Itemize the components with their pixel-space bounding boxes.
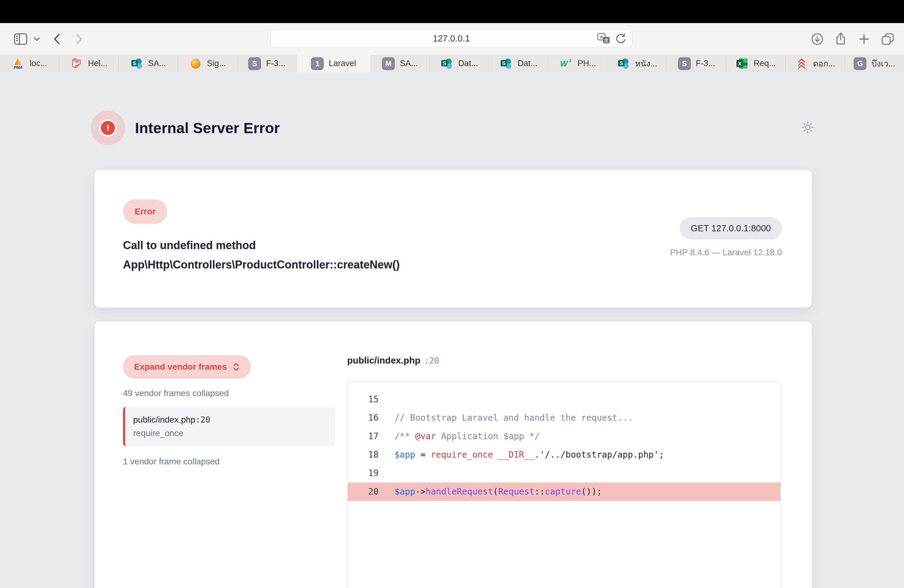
phpmyadmin-icon: PMA	[12, 57, 25, 70]
line-number: 18	[348, 446, 379, 464]
browser-tab[interactable]: W3PH...	[548, 55, 608, 72]
svg-text:S: S	[443, 60, 446, 66]
tab-label: ดอก...	[813, 57, 835, 70]
reload-icon[interactable]	[615, 33, 627, 44]
svg-text:S: S	[133, 60, 136, 66]
frame-file: public/index.php:20	[133, 415, 329, 425]
sharepoint-icon: S	[130, 57, 143, 70]
page-title: Internal Server Error	[135, 120, 280, 136]
code-line: 15	[348, 390, 781, 409]
tab-label: SA...	[148, 59, 166, 68]
request-info: GET 127.0.0.1:8000 PHP 8.4.6 — Laravel 1…	[670, 199, 782, 308]
code-file-name: public/index.php	[347, 355, 420, 366]
toolbar-divider	[30, 33, 30, 45]
downloads-icon[interactable]	[811, 32, 824, 46]
browser-tab[interactable]: SSA...	[119, 55, 178, 72]
browser-tab[interactable]: Hel...	[59, 55, 119, 72]
code-source: /** @var Application $app */	[395, 427, 540, 446]
browser-tab-active[interactable]: 1Laravel	[297, 55, 370, 72]
code-line-ref: :20	[424, 356, 439, 365]
theme-toggle-sun-icon[interactable]	[800, 120, 815, 136]
browser-tab[interactable]: XReq...	[726, 55, 785, 72]
letter-badge-icon: S	[678, 57, 691, 70]
letter-badge-icon: G	[853, 57, 866, 70]
code-source: $app = require_once __DIR__.'/../bootstr…	[395, 446, 664, 464]
excel-icon: X	[736, 57, 749, 70]
forward-icon[interactable]	[74, 33, 84, 45]
line-number: 15	[348, 390, 379, 409]
browser-tab[interactable]: SF-3...	[237, 55, 297, 72]
orange-sphere-icon	[189, 57, 202, 70]
svg-text:A: A	[600, 35, 603, 40]
expand-vendor-frames-label: Expand vendor frames	[134, 362, 227, 372]
browser-tab[interactable]: Gบึงเว...	[845, 55, 904, 72]
sharepoint-icon: S	[499, 57, 512, 70]
tab-label: Dat...	[517, 59, 537, 68]
tab-label: หนัง...	[635, 57, 657, 70]
browser-toolbar: 127.0.0.1 A 文	[0, 23, 904, 55]
error-type-badge: Error	[123, 199, 167, 224]
runtime-versions: PHP 8.4.6 — Laravel 12.18.0	[670, 248, 782, 258]
laravel-icon	[70, 57, 83, 70]
svg-text:X: X	[738, 61, 742, 66]
svg-text:S: S	[502, 60, 506, 66]
chevron-up-down-icon	[232, 362, 240, 372]
sharepoint-icon: S	[440, 57, 453, 70]
tab-label: Req...	[754, 59, 776, 68]
browser-tab[interactable]: ดอก...	[785, 55, 845, 72]
back-icon[interactable]	[52, 33, 62, 45]
browser-tab[interactable]: Sig...	[178, 55, 237, 72]
code-viewer: 1516// Bootstrap Laravel and handle the …	[347, 381, 781, 588]
code-line: 17/** @var Application $app */	[348, 427, 781, 446]
code-source: $app->handleRequest(Request::capture());	[395, 482, 602, 501]
svg-text:3: 3	[569, 58, 571, 63]
frames-column: Expand vendor frames 49 vendor frames co…	[95, 355, 347, 466]
stack-trace-card: Expand vendor frames 49 vendor frames co…	[95, 321, 812, 588]
svg-text:S: S	[620, 60, 623, 66]
code-line-highlighted: 20$app->handleRequest(Request::capture()…	[348, 482, 781, 501]
translate-icon[interactable]: A 文	[597, 32, 611, 44]
browser-tab[interactable]: SDat...	[489, 55, 548, 72]
error-message: Call to undefined method App\Http\Contro…	[123, 236, 400, 274]
sidebar-icon[interactable]	[14, 33, 28, 46]
expand-vendor-frames-button[interactable]: Expand vendor frames	[123, 355, 251, 379]
tab-label: Dat...	[458, 59, 478, 68]
frame-line-number: :20	[195, 415, 210, 424]
error-message-line1: Call to undefined method	[123, 236, 400, 255]
tab-label: loc...	[30, 59, 47, 68]
code-header: public/index.php :20	[347, 355, 781, 366]
macos-menubar	[0, 0, 904, 23]
new-tab-icon[interactable]	[857, 32, 871, 46]
frame-method: require_once	[133, 428, 329, 438]
tab-label: F-3...	[266, 59, 285, 68]
browser-tab[interactable]: MSA...	[370, 55, 430, 72]
browser-tab[interactable]: PMAloc...	[0, 55, 59, 72]
browser-tab[interactable]: Sหนัง...	[608, 55, 667, 72]
error-summary-card: Error Call to undefined method App\Http\…	[95, 170, 812, 308]
address-bar[interactable]: 127.0.0.1 A 文	[270, 29, 632, 47]
request-method-badge: GET 127.0.0.1:8000	[680, 217, 782, 240]
url-text: 127.0.0.1	[433, 33, 470, 44]
code-line: 18$app = require_once __DIR__.'/../boots…	[348, 446, 781, 464]
error-alert-icon: !	[91, 111, 125, 145]
tab-label: SA...	[400, 59, 418, 68]
tab-overview-icon[interactable]	[880, 32, 895, 46]
code-line: 19	[348, 464, 781, 482]
error-summary-left: Error Call to undefined method App\Http\…	[123, 199, 400, 308]
share-icon[interactable]	[834, 32, 847, 46]
red-chevrons-icon	[795, 57, 808, 70]
browser-tab[interactable]: SF-3...	[667, 55, 726, 72]
browser-tab[interactable]: SDat...	[430, 55, 489, 72]
w3schools-icon: W3	[559, 57, 572, 70]
vendor-frames-collapsed-top: 49 vendor frames collapsed	[123, 389, 335, 398]
stack-frame-item[interactable]: public/index.php:20 require_once	[123, 407, 335, 446]
svg-text:文: 文	[604, 38, 608, 43]
exclamation-circle-icon: !	[101, 121, 115, 135]
line-number: 17	[348, 427, 379, 446]
tab-label: PH...	[577, 59, 596, 68]
sharepoint-icon: S	[617, 57, 630, 70]
svg-text:PMA: PMA	[14, 65, 23, 70]
chevron-down-icon[interactable]	[33, 36, 41, 41]
svg-text:W: W	[560, 59, 568, 68]
letter-badge-icon: S	[248, 57, 261, 70]
